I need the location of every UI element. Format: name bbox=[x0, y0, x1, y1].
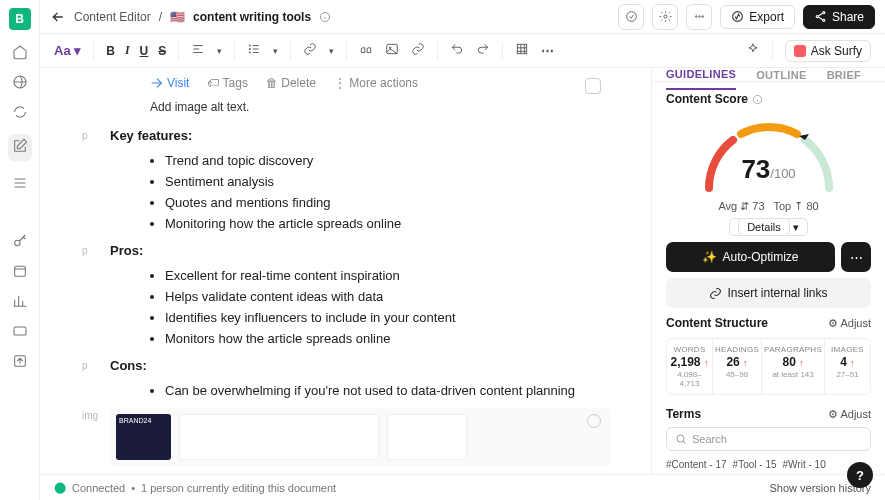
svg-point-16 bbox=[250, 48, 251, 49]
list-item[interactable]: Sentiment analysis bbox=[165, 174, 611, 189]
chip-writ[interactable]: #Writ - 10 bbox=[783, 459, 826, 470]
table-button[interactable] bbox=[515, 42, 529, 59]
list-item[interactable]: Quotes and mentions finding bbox=[165, 195, 611, 210]
topbar: Content Editor / 🇺🇸 content writing tool… bbox=[40, 0, 885, 34]
toolbar: Aa ▾ B I U S ▾ ▾ ▾ bbox=[40, 34, 885, 68]
chip-tool[interactable]: #Tool - 15 bbox=[733, 459, 777, 470]
sidebar: GUIDELINES OUTLINE BRIEF Content Score 7… bbox=[651, 68, 885, 474]
status-bar: ⬤ Connected • 1 person currently editing… bbox=[40, 474, 885, 500]
editor-canvas[interactable]: Visit 🏷 Tags 🗑 Delete ⋮ More actions Add… bbox=[40, 68, 651, 474]
svg-point-15 bbox=[250, 45, 251, 46]
list-item[interactable]: Can be overwhelming if you're not used t… bbox=[165, 383, 611, 398]
list-item[interactable]: Monitors how the article spreads online bbox=[165, 331, 611, 346]
more-icon[interactable] bbox=[686, 4, 712, 30]
chip-content[interactable]: #Content - 17 bbox=[666, 459, 727, 470]
score-benchmarks: Avg ⇵ 73 Top ⤒ 80 bbox=[666, 200, 871, 213]
visit-link[interactable]: Visit bbox=[150, 76, 189, 90]
svg-point-7 bbox=[664, 15, 667, 18]
svg-point-1 bbox=[14, 240, 19, 245]
content-score-label: Content Score bbox=[666, 92, 871, 106]
breadcrumb-parent[interactable]: Content Editor bbox=[74, 10, 151, 24]
connection-status: Connected bbox=[72, 482, 125, 494]
structure-label: Content Structure bbox=[666, 316, 768, 330]
refresh-icon[interactable] bbox=[12, 104, 28, 120]
editing-status: 1 person currently editing this document bbox=[141, 482, 336, 494]
task-checkbox[interactable] bbox=[585, 78, 601, 94]
underline-button[interactable]: U bbox=[140, 44, 149, 58]
details-button[interactable]: Details ▾ bbox=[729, 218, 808, 236]
back-icon[interactable] bbox=[50, 9, 66, 25]
italic-button[interactable]: I bbox=[125, 43, 130, 58]
tab-brief[interactable]: BRIEF bbox=[827, 69, 862, 81]
info-icon[interactable] bbox=[319, 11, 331, 23]
auto-optimize-button[interactable]: ✨ Auto-Optimize bbox=[666, 242, 835, 272]
svg-point-13 bbox=[816, 15, 818, 17]
svg-point-10 bbox=[702, 16, 704, 18]
page-title: content writing tools bbox=[193, 10, 311, 24]
svg-point-14 bbox=[823, 19, 825, 21]
share-button[interactable]: Share bbox=[803, 5, 875, 29]
tags-action[interactable]: 🏷 Tags bbox=[207, 76, 247, 90]
list-item[interactable]: Helps validate content ideas with data bbox=[165, 289, 611, 304]
image-placeholder[interactable]: BRAND24 bbox=[110, 408, 611, 466]
svg-point-6 bbox=[626, 12, 636, 22]
key-icon[interactable] bbox=[12, 233, 28, 249]
redo-button[interactable] bbox=[476, 42, 490, 59]
workspace-badge[interactable]: B bbox=[9, 8, 31, 30]
svg-rect-3 bbox=[14, 327, 26, 335]
link2-button[interactable] bbox=[411, 42, 425, 59]
export-nav-icon[interactable] bbox=[12, 353, 28, 369]
svg-point-17 bbox=[250, 52, 251, 53]
more-tools-icon[interactable]: ⋯ bbox=[541, 43, 554, 58]
chart-icon[interactable] bbox=[12, 293, 28, 309]
list-item[interactable]: Trend and topic discovery bbox=[165, 153, 611, 168]
ask-surfy-button[interactable]: Ask Surfy bbox=[785, 40, 871, 62]
gear-icon[interactable] bbox=[652, 4, 678, 30]
heading-key-features[interactable]: Key features: bbox=[110, 128, 192, 143]
link-button[interactable] bbox=[303, 42, 317, 59]
svg-point-8 bbox=[695, 16, 697, 18]
alt-text-prompt[interactable]: Add image alt text. bbox=[150, 100, 611, 114]
delete-action[interactable]: 🗑 Delete bbox=[266, 76, 316, 90]
tab-outline[interactable]: OUTLINE bbox=[756, 69, 806, 81]
left-rail: B bbox=[0, 0, 40, 500]
check-icon[interactable] bbox=[618, 4, 644, 30]
more-actions[interactable]: ⋮ More actions bbox=[334, 76, 418, 90]
strike-button[interactable]: S bbox=[158, 44, 166, 58]
svg-rect-2 bbox=[14, 266, 25, 276]
home-icon[interactable] bbox=[12, 44, 28, 60]
svg-point-12 bbox=[823, 12, 825, 14]
insert-links-button[interactable]: Insert internal links bbox=[666, 278, 871, 308]
bold-button[interactable]: B bbox=[106, 44, 115, 58]
help-button[interactable]: ? bbox=[847, 462, 873, 488]
globe-icon[interactable] bbox=[12, 74, 28, 90]
flag-icon: 🇺🇸 bbox=[170, 10, 185, 24]
metrics-grid: WORDS2,198 ↑4,098–4,713 HEADINGS26 ↑45–9… bbox=[666, 338, 871, 395]
list-item[interactable]: Excellent for real-time content inspirat… bbox=[165, 268, 611, 283]
ai-icon[interactable] bbox=[746, 42, 760, 59]
heading-cons[interactable]: Cons: bbox=[110, 358, 147, 373]
align-button[interactable] bbox=[191, 42, 205, 59]
adjust-structure[interactable]: ⚙ Adjust bbox=[828, 317, 871, 330]
adjust-terms[interactable]: ⚙ Adjust bbox=[828, 408, 871, 421]
card-icon[interactable] bbox=[12, 323, 28, 339]
svg-point-9 bbox=[698, 16, 700, 18]
heading-pros[interactable]: Pros: bbox=[110, 243, 143, 258]
terms-search[interactable]: Search bbox=[666, 427, 871, 451]
calendar-icon[interactable] bbox=[12, 263, 28, 279]
text-style[interactable]: Aa ▾ bbox=[54, 43, 81, 58]
list-icon[interactable] bbox=[12, 175, 28, 191]
quote-button[interactable] bbox=[359, 42, 373, 59]
list-item[interactable]: Monitoring how the article spreads onlin… bbox=[165, 216, 611, 231]
editor-nav-icon[interactable] bbox=[8, 134, 32, 161]
optimize-more-button[interactable]: ⋯ bbox=[841, 242, 871, 272]
list-button[interactable] bbox=[247, 42, 261, 59]
svg-rect-20 bbox=[518, 44, 527, 53]
score-gauge: 73/100 bbox=[666, 112, 871, 198]
undo-button[interactable] bbox=[450, 42, 464, 59]
export-button[interactable]: Export bbox=[720, 5, 795, 29]
connection-icon: ⬤ bbox=[54, 481, 66, 494]
image-button[interactable] bbox=[385, 42, 399, 59]
list-item[interactable]: Identifies key influencers to include in… bbox=[165, 310, 611, 325]
svg-point-22 bbox=[677, 435, 684, 442]
